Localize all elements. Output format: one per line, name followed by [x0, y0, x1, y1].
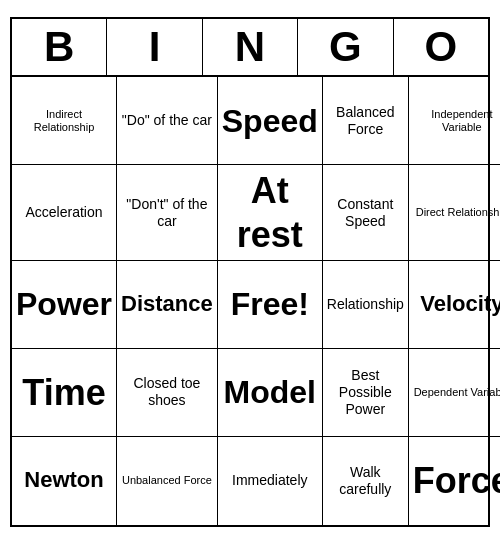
cell-text: Acceleration	[25, 204, 102, 221]
cell-text: "Do" of the car	[122, 112, 212, 129]
bingo-cell: Indirect Relationship	[12, 77, 117, 165]
cell-text: Dependent Variable	[414, 386, 500, 399]
bingo-cell: Dependent Variable	[409, 349, 500, 437]
cell-text: Relationship	[327, 296, 404, 313]
cell-text: Free!	[231, 285, 309, 323]
cell-text: Best Possible Power	[327, 367, 404, 417]
bingo-cell: "Do" of the car	[117, 77, 218, 165]
bingo-cell: Model	[218, 349, 323, 437]
cell-text: Newton	[24, 467, 103, 493]
cell-text: Speed	[222, 102, 318, 140]
bingo-cell: Independent Variable	[409, 77, 500, 165]
bingo-letter: N	[203, 19, 298, 77]
bingo-cell: Free!	[218, 261, 323, 349]
bingo-cell: Relationship	[323, 261, 409, 349]
bingo-cell: Direct Relationship	[409, 165, 500, 260]
cell-text: Model	[224, 373, 316, 411]
cell-text: Time	[22, 371, 105, 414]
bingo-letter: G	[298, 19, 393, 77]
cell-text: Closed toe shoes	[121, 375, 213, 409]
bingo-letter: O	[394, 19, 488, 77]
bingo-letter: B	[12, 19, 107, 77]
bingo-card: BINGO Indirect Relationship"Do" of the c…	[10, 17, 490, 526]
cell-text: Walk carefully	[327, 464, 404, 498]
cell-text: Constant Speed	[327, 196, 404, 230]
bingo-cell: Immediately	[218, 437, 323, 525]
cell-text: Power	[16, 285, 112, 323]
bingo-cell: Newton	[12, 437, 117, 525]
cell-text: At rest	[222, 169, 318, 255]
bingo-cell: Constant Speed	[323, 165, 409, 260]
cell-text: Balanced Force	[327, 104, 404, 138]
cell-text: Unbalanced Force	[122, 474, 212, 487]
bingo-cell: Unbalanced Force	[117, 437, 218, 525]
bingo-cell: Force	[409, 437, 500, 525]
bingo-header: BINGO	[12, 19, 488, 77]
cell-text: Independent Variable	[413, 108, 500, 134]
bingo-cell: Power	[12, 261, 117, 349]
bingo-cell: Distance	[117, 261, 218, 349]
bingo-grid: Indirect Relationship"Do" of the carSpee…	[12, 77, 488, 524]
cell-text: Force	[413, 459, 500, 502]
cell-text: Distance	[121, 291, 213, 317]
bingo-cell: Time	[12, 349, 117, 437]
bingo-cell: Walk carefully	[323, 437, 409, 525]
bingo-cell: Velocity	[409, 261, 500, 349]
cell-text: Velocity	[420, 291, 500, 317]
bingo-cell: Balanced Force	[323, 77, 409, 165]
bingo-letter: I	[107, 19, 202, 77]
bingo-cell: Acceleration	[12, 165, 117, 260]
cell-text: Immediately	[232, 472, 307, 489]
bingo-cell: Speed	[218, 77, 323, 165]
cell-text: Direct Relationship	[416, 206, 500, 219]
cell-text: "Don't" of the car	[121, 196, 213, 230]
bingo-cell: Closed toe shoes	[117, 349, 218, 437]
cell-text: Indirect Relationship	[16, 108, 112, 134]
bingo-cell: At rest	[218, 165, 323, 260]
bingo-cell: "Don't" of the car	[117, 165, 218, 260]
bingo-cell: Best Possible Power	[323, 349, 409, 437]
